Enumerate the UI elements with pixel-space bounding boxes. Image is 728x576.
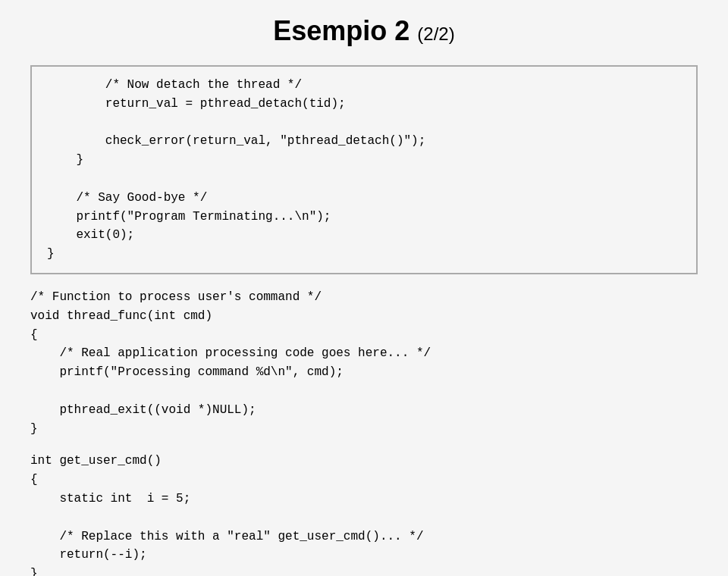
code-block-wrapper: /* Now detach the thread */ return_val =… xyxy=(30,65,698,274)
title-sub: (2/2) xyxy=(417,23,454,44)
slide-container: Esempio 2 (2/2) /* Now detach the thread… xyxy=(0,0,728,576)
code-block-3: int get_user_cmd() { static int i = 5; /… xyxy=(30,452,698,576)
title-main: Esempio 2 xyxy=(273,15,410,46)
code-block-2: /* Function to process user's command */… xyxy=(30,288,698,438)
slide-title: Esempio 2 (2/2) xyxy=(30,15,698,47)
code-block-1: /* Now detach the thread */ return_val =… xyxy=(47,76,681,264)
